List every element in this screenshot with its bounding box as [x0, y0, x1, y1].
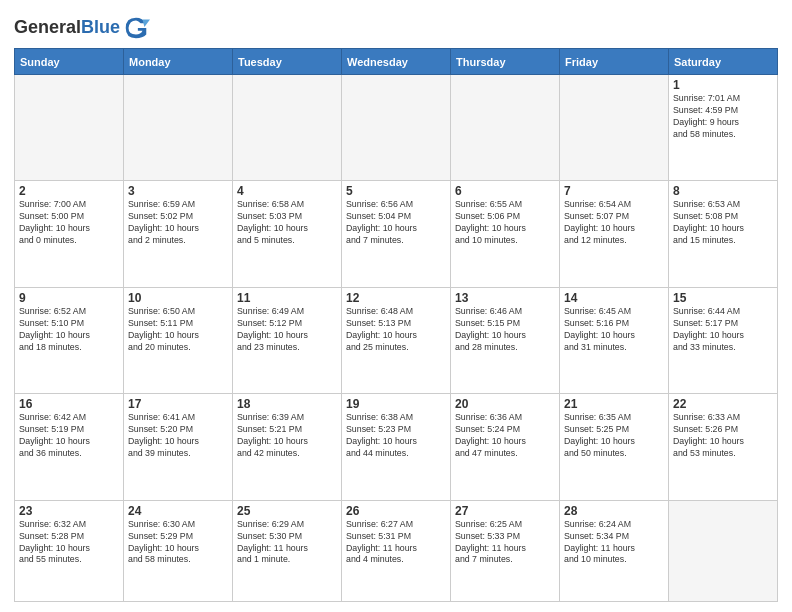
day-number: 13 — [455, 291, 555, 305]
day-number: 28 — [564, 504, 664, 518]
day-cell-26: 26Sunrise: 6:27 AM Sunset: 5:31 PM Dayli… — [342, 500, 451, 601]
day-number: 23 — [19, 504, 119, 518]
day-number: 15 — [673, 291, 773, 305]
day-number: 27 — [455, 504, 555, 518]
week-row-4: 16Sunrise: 6:42 AM Sunset: 5:19 PM Dayli… — [15, 394, 778, 500]
empty-cell — [233, 75, 342, 181]
week-row-2: 2Sunrise: 7:00 AM Sunset: 5:00 PM Daylig… — [15, 181, 778, 287]
day-cell-8: 8Sunrise: 6:53 AM Sunset: 5:08 PM Daylig… — [669, 181, 778, 287]
weekday-header-wednesday: Wednesday — [342, 49, 451, 75]
weekday-header-thursday: Thursday — [451, 49, 560, 75]
day-cell-19: 19Sunrise: 6:38 AM Sunset: 5:23 PM Dayli… — [342, 394, 451, 500]
empty-cell — [451, 75, 560, 181]
day-info: Sunrise: 7:00 AM Sunset: 5:00 PM Dayligh… — [19, 199, 119, 247]
weekday-header-friday: Friday — [560, 49, 669, 75]
weekday-header-sunday: Sunday — [15, 49, 124, 75]
empty-cell — [342, 75, 451, 181]
day-info: Sunrise: 6:53 AM Sunset: 5:08 PM Dayligh… — [673, 199, 773, 247]
day-number: 5 — [346, 184, 446, 198]
empty-cell — [669, 500, 778, 601]
day-info: Sunrise: 6:45 AM Sunset: 5:16 PM Dayligh… — [564, 306, 664, 354]
day-number: 22 — [673, 397, 773, 411]
day-number: 1 — [673, 78, 773, 92]
day-number: 3 — [128, 184, 228, 198]
day-cell-16: 16Sunrise: 6:42 AM Sunset: 5:19 PM Dayli… — [15, 394, 124, 500]
weekday-header-row: SundayMondayTuesdayWednesdayThursdayFrid… — [15, 49, 778, 75]
calendar-table: SundayMondayTuesdayWednesdayThursdayFrid… — [14, 48, 778, 602]
day-cell-2: 2Sunrise: 7:00 AM Sunset: 5:00 PM Daylig… — [15, 181, 124, 287]
day-info: Sunrise: 6:36 AM Sunset: 5:24 PM Dayligh… — [455, 412, 555, 460]
day-number: 14 — [564, 291, 664, 305]
day-info: Sunrise: 6:32 AM Sunset: 5:28 PM Dayligh… — [19, 519, 119, 567]
day-cell-10: 10Sunrise: 6:50 AM Sunset: 5:11 PM Dayli… — [124, 287, 233, 393]
day-cell-22: 22Sunrise: 6:33 AM Sunset: 5:26 PM Dayli… — [669, 394, 778, 500]
header: GeneralBlue — [14, 10, 778, 42]
empty-cell — [560, 75, 669, 181]
day-cell-9: 9Sunrise: 6:52 AM Sunset: 5:10 PM Daylig… — [15, 287, 124, 393]
day-info: Sunrise: 7:01 AM Sunset: 4:59 PM Dayligh… — [673, 93, 773, 141]
day-info: Sunrise: 6:49 AM Sunset: 5:12 PM Dayligh… — [237, 306, 337, 354]
day-cell-20: 20Sunrise: 6:36 AM Sunset: 5:24 PM Dayli… — [451, 394, 560, 500]
day-info: Sunrise: 6:48 AM Sunset: 5:13 PM Dayligh… — [346, 306, 446, 354]
day-cell-15: 15Sunrise: 6:44 AM Sunset: 5:17 PM Dayli… — [669, 287, 778, 393]
day-number: 26 — [346, 504, 446, 518]
day-cell-23: 23Sunrise: 6:32 AM Sunset: 5:28 PM Dayli… — [15, 500, 124, 601]
day-number: 4 — [237, 184, 337, 198]
day-cell-7: 7Sunrise: 6:54 AM Sunset: 5:07 PM Daylig… — [560, 181, 669, 287]
day-info: Sunrise: 6:44 AM Sunset: 5:17 PM Dayligh… — [673, 306, 773, 354]
day-cell-4: 4Sunrise: 6:58 AM Sunset: 5:03 PM Daylig… — [233, 181, 342, 287]
logo-icon — [122, 14, 150, 42]
day-number: 20 — [455, 397, 555, 411]
empty-cell — [124, 75, 233, 181]
day-number: 12 — [346, 291, 446, 305]
day-number: 11 — [237, 291, 337, 305]
day-cell-28: 28Sunrise: 6:24 AM Sunset: 5:34 PM Dayli… — [560, 500, 669, 601]
week-row-5: 23Sunrise: 6:32 AM Sunset: 5:28 PM Dayli… — [15, 500, 778, 601]
day-info: Sunrise: 6:42 AM Sunset: 5:19 PM Dayligh… — [19, 412, 119, 460]
day-info: Sunrise: 6:24 AM Sunset: 5:34 PM Dayligh… — [564, 519, 664, 567]
day-cell-3: 3Sunrise: 6:59 AM Sunset: 5:02 PM Daylig… — [124, 181, 233, 287]
day-cell-17: 17Sunrise: 6:41 AM Sunset: 5:20 PM Dayli… — [124, 394, 233, 500]
day-info: Sunrise: 6:38 AM Sunset: 5:23 PM Dayligh… — [346, 412, 446, 460]
day-number: 25 — [237, 504, 337, 518]
day-cell-14: 14Sunrise: 6:45 AM Sunset: 5:16 PM Dayli… — [560, 287, 669, 393]
day-cell-25: 25Sunrise: 6:29 AM Sunset: 5:30 PM Dayli… — [233, 500, 342, 601]
day-cell-12: 12Sunrise: 6:48 AM Sunset: 5:13 PM Dayli… — [342, 287, 451, 393]
page: GeneralBlue SundayMondayTuesdayWednesday… — [0, 0, 792, 612]
day-cell-21: 21Sunrise: 6:35 AM Sunset: 5:25 PM Dayli… — [560, 394, 669, 500]
day-info: Sunrise: 6:30 AM Sunset: 5:29 PM Dayligh… — [128, 519, 228, 567]
day-number: 2 — [19, 184, 119, 198]
weekday-header-saturday: Saturday — [669, 49, 778, 75]
week-row-1: 1Sunrise: 7:01 AM Sunset: 4:59 PM Daylig… — [15, 75, 778, 181]
day-info: Sunrise: 6:33 AM Sunset: 5:26 PM Dayligh… — [673, 412, 773, 460]
logo-text: GeneralBlue — [14, 18, 120, 38]
day-info: Sunrise: 6:54 AM Sunset: 5:07 PM Dayligh… — [564, 199, 664, 247]
day-number: 18 — [237, 397, 337, 411]
day-cell-18: 18Sunrise: 6:39 AM Sunset: 5:21 PM Dayli… — [233, 394, 342, 500]
day-number: 19 — [346, 397, 446, 411]
day-number: 16 — [19, 397, 119, 411]
day-number: 8 — [673, 184, 773, 198]
day-info: Sunrise: 6:25 AM Sunset: 5:33 PM Dayligh… — [455, 519, 555, 567]
day-number: 24 — [128, 504, 228, 518]
weekday-header-tuesday: Tuesday — [233, 49, 342, 75]
day-number: 9 — [19, 291, 119, 305]
week-row-3: 9Sunrise: 6:52 AM Sunset: 5:10 PM Daylig… — [15, 287, 778, 393]
day-info: Sunrise: 6:52 AM Sunset: 5:10 PM Dayligh… — [19, 306, 119, 354]
day-cell-6: 6Sunrise: 6:55 AM Sunset: 5:06 PM Daylig… — [451, 181, 560, 287]
day-info: Sunrise: 6:58 AM Sunset: 5:03 PM Dayligh… — [237, 199, 337, 247]
day-cell-13: 13Sunrise: 6:46 AM Sunset: 5:15 PM Dayli… — [451, 287, 560, 393]
day-cell-1: 1Sunrise: 7:01 AM Sunset: 4:59 PM Daylig… — [669, 75, 778, 181]
day-cell-5: 5Sunrise: 6:56 AM Sunset: 5:04 PM Daylig… — [342, 181, 451, 287]
day-number: 10 — [128, 291, 228, 305]
day-info: Sunrise: 6:39 AM Sunset: 5:21 PM Dayligh… — [237, 412, 337, 460]
day-info: Sunrise: 6:46 AM Sunset: 5:15 PM Dayligh… — [455, 306, 555, 354]
weekday-header-monday: Monday — [124, 49, 233, 75]
logo: GeneralBlue — [14, 14, 150, 42]
day-info: Sunrise: 6:56 AM Sunset: 5:04 PM Dayligh… — [346, 199, 446, 247]
day-cell-27: 27Sunrise: 6:25 AM Sunset: 5:33 PM Dayli… — [451, 500, 560, 601]
day-cell-11: 11Sunrise: 6:49 AM Sunset: 5:12 PM Dayli… — [233, 287, 342, 393]
day-number: 21 — [564, 397, 664, 411]
day-number: 7 — [564, 184, 664, 198]
day-info: Sunrise: 6:55 AM Sunset: 5:06 PM Dayligh… — [455, 199, 555, 247]
